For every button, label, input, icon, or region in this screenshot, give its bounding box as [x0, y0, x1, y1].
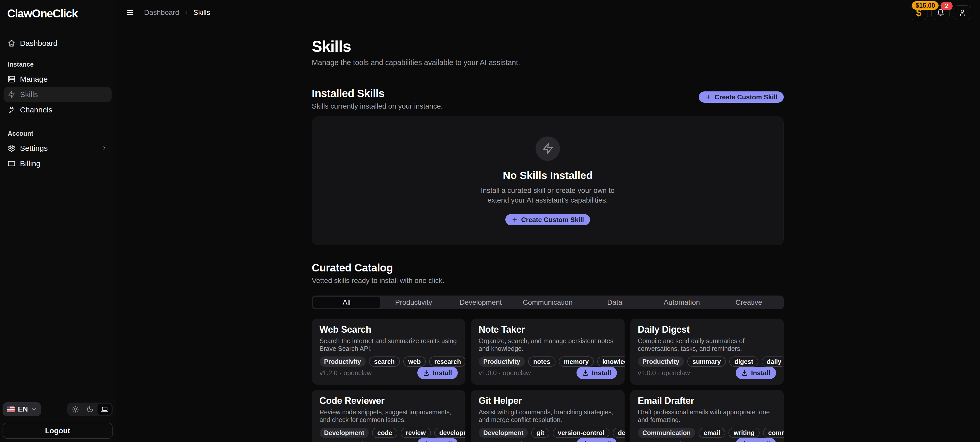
- curated-catalog-header: Curated Catalog Vetted skills ready to i…: [312, 262, 784, 285]
- plus-icon: [705, 94, 711, 101]
- install-button[interactable]: Install: [736, 367, 776, 379]
- tab-automation[interactable]: Automation: [648, 297, 716, 308]
- skill-tag: knowledge: [597, 356, 625, 367]
- install-button[interactable]: Install: [576, 367, 617, 379]
- skill-tag: digest: [729, 356, 759, 367]
- sidebar-item-label: Manage: [20, 75, 48, 83]
- theme-dark-button[interactable]: [83, 404, 97, 415]
- breadcrumb-skills: Skills: [193, 8, 210, 17]
- balance-badge: $15.00: [912, 1, 939, 10]
- download-icon: [741, 370, 748, 376]
- tab-development[interactable]: Development: [447, 297, 514, 308]
- empty-state-panel: No Skills Installed Install a curated sk…: [312, 116, 784, 245]
- skill-tag: summary: [687, 356, 726, 367]
- tab-productivity[interactable]: Productivity: [380, 297, 447, 308]
- zap-icon: [8, 91, 15, 98]
- tab-creative[interactable]: Creative: [716, 297, 783, 308]
- skills-grid: Web Search Search the internet and summa…: [312, 319, 784, 442]
- user-icon: [959, 9, 966, 16]
- tab-communication[interactable]: Communication: [514, 297, 581, 308]
- laptop-icon: [101, 405, 108, 413]
- install-button[interactable]: Install: [417, 438, 458, 442]
- skill-tag: search: [369, 356, 400, 367]
- skill-name: Web Search: [320, 325, 458, 334]
- download-icon: [582, 370, 589, 376]
- skill-name: Daily Digest: [638, 325, 776, 334]
- skill-name: Email Drafter: [638, 396, 776, 405]
- skill-name: Note Taker: [479, 325, 617, 334]
- sidebar-item-channels[interactable]: Channels: [3, 102, 111, 117]
- server-icon: [8, 75, 15, 83]
- sidebar-section-instance: Instance: [0, 55, 115, 71]
- skill-category-badge: Development: [479, 428, 528, 438]
- skill-card: Daily Digest Compile and send daily summ…: [630, 319, 784, 385]
- skill-description: Draft professional emails with appropria…: [638, 408, 776, 424]
- install-button[interactable]: Install: [417, 367, 458, 379]
- skill-tags: Development gitversion-controldevelopmen…: [479, 428, 617, 438]
- skill-tag: git: [531, 428, 549, 438]
- tab-data[interactable]: Data: [581, 297, 648, 308]
- create-custom-skill-empty-button[interactable]: Create Custom Skill: [505, 214, 590, 225]
- sidebar-item-manage[interactable]: Manage: [3, 72, 111, 86]
- skill-card: Web Search Search the internet and summa…: [312, 319, 465, 385]
- breadcrumb: Dashboard Skills: [144, 8, 210, 17]
- sidebar-nav-main: Dashboard: [0, 35, 115, 51]
- sidebar-item-skills[interactable]: Skills: [3, 87, 111, 102]
- app: ClawOneClick Dashboard Instance Manage S…: [0, 0, 980, 442]
- breadcrumb-dashboard[interactable]: Dashboard: [144, 8, 179, 17]
- skill-description: Organize, search, and manage persistent …: [479, 337, 617, 353]
- theme-switcher: [67, 402, 113, 416]
- skill-description: Assist with git commands, branching stra…: [479, 408, 617, 424]
- skill-version: v1.0.0 · openclaw: [638, 369, 690, 377]
- credit-card-icon: [8, 160, 15, 168]
- skill-card-footer: v1.2.0 · openclaw Install: [320, 367, 458, 379]
- tab-all[interactable]: All: [313, 297, 380, 308]
- skill-tags: Productivity searchwebresearch: [320, 356, 458, 367]
- sidebar-nav-account: Settings Billing: [0, 140, 115, 172]
- chevron-right-icon: [183, 10, 189, 16]
- sidebar-footer: EN Logout: [0, 402, 115, 442]
- skill-tag: notes: [528, 356, 555, 367]
- sidebar-item-label: Dashboard: [20, 39, 57, 48]
- zap-icon: [542, 143, 554, 155]
- skill-description: Compile and send daily summaries of conv…: [638, 337, 776, 353]
- skill-description: Review code snippets, suggest improvemen…: [320, 408, 458, 424]
- skill-version: v1.0.0 · openclaw: [479, 369, 531, 377]
- sun-icon: [72, 405, 79, 413]
- balance-button[interactable]: $15.00 $: [910, 5, 928, 20]
- skill-tag: daily: [762, 356, 784, 367]
- sidebar: ClawOneClick Dashboard Instance Manage S…: [0, 0, 115, 442]
- skill-card: Email Drafter Draft professional emails …: [630, 390, 784, 442]
- sidebar-item-dashboard[interactable]: Dashboard: [3, 36, 111, 51]
- logout-button[interactable]: Logout: [3, 423, 113, 439]
- skill-version: v1.0.0 · openclaw: [638, 440, 690, 442]
- theme-system-button[interactable]: [97, 404, 111, 415]
- skill-card-footer: v1.0.0 · openclaw Install: [479, 438, 617, 442]
- installed-skills-title: Installed Skills: [312, 87, 443, 100]
- menu-toggle-button[interactable]: [126, 9, 134, 16]
- sidebar-item-settings[interactable]: Settings: [3, 141, 111, 156]
- skill-tag: version-control: [553, 428, 609, 438]
- skill-category-badge: Productivity: [638, 356, 684, 367]
- skill-card: Code Reviewer Review code snippets, sugg…: [312, 390, 465, 442]
- sidebar-item-billing[interactable]: Billing: [3, 156, 111, 171]
- skill-tags: Productivity notesmemoryknowledge: [479, 356, 617, 367]
- skill-tag: development: [613, 428, 624, 438]
- sidebar-section-account: Account: [0, 124, 115, 140]
- page-title: Skills: [312, 37, 784, 55]
- install-button[interactable]: Install: [576, 438, 617, 442]
- install-button[interactable]: Install: [736, 438, 776, 442]
- create-custom-skill-button[interactable]: Create Custom Skill: [699, 91, 784, 103]
- download-icon: [582, 441, 589, 442]
- language-selector[interactable]: EN: [3, 402, 41, 416]
- theme-light-button[interactable]: [68, 404, 83, 415]
- skill-tag: memory: [559, 356, 594, 367]
- skill-name: Code Reviewer: [320, 396, 458, 405]
- skill-tag: email: [698, 428, 725, 438]
- skill-version: v1.0.0 · openclaw: [479, 440, 531, 442]
- skill-tags: Productivity summarydigestdaily: [638, 356, 776, 367]
- chevron-right-icon: [101, 145, 107, 152]
- catalog-tabs: AllProductivityDevelopmentCommunicationD…: [312, 295, 784, 310]
- user-menu-button[interactable]: [953, 5, 971, 20]
- chevron-down-icon: [31, 407, 37, 412]
